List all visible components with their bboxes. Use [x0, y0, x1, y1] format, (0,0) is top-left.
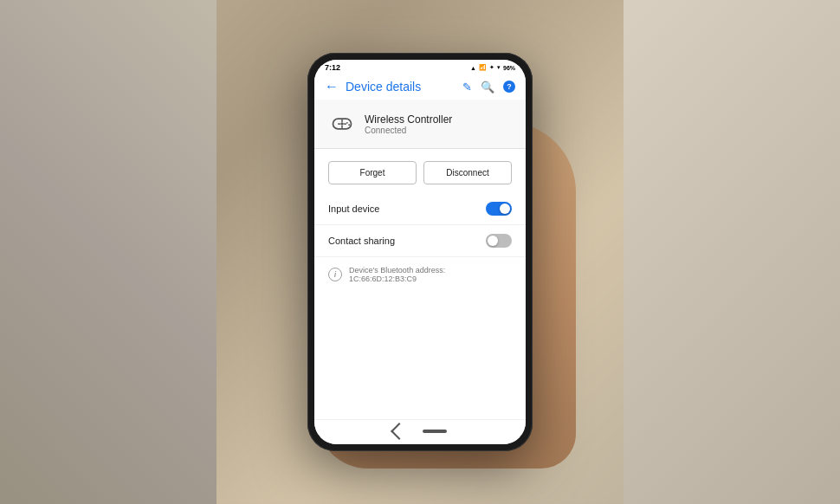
- phone-mockup: 7:12 ▲ 📶 ✦ ▾ 96% ← Device details ✎ 🔍 ?: [307, 53, 533, 451]
- status-bar: 7:12 ▲ 📶 ✦ ▾ 96%: [314, 60, 526, 74]
- svg-point-7: [348, 124, 350, 126]
- status-icons: ▲ 📶 ✦ ▾ 96%: [470, 64, 515, 71]
- action-buttons-row: Forget Disconnect: [314, 149, 526, 193]
- input-device-label: Input device: [328, 204, 379, 214]
- status-time: 7:12: [325, 63, 340, 72]
- signal-icon: 📶: [479, 64, 487, 71]
- top-bar-action-icons: ✎ 🔍 ?: [462, 81, 515, 94]
- info-icon: i: [328, 268, 342, 281]
- svg-point-0: [340, 122, 344, 126]
- phone-device: 7:12 ▲ 📶 ✦ ▾ 96% ← Device details ✎ 🔍 ?: [307, 53, 533, 451]
- bluetooth-address-text: Device's Bluetooth address: 1C:66:6D:12:…: [349, 266, 512, 283]
- device-name: Wireless Controller: [365, 113, 452, 126]
- bluetooth-address-row: i Device's Bluetooth address: 1C:66:6D:1…: [314, 257, 526, 292]
- back-button[interactable]: ←: [325, 79, 339, 94]
- edit-icon[interactable]: ✎: [462, 81, 472, 94]
- battery-percent: 96%: [503, 65, 515, 71]
- phone-screen: 7:12 ▲ 📶 ✦ ▾ 96% ← Device details ✎ 🔍 ?: [314, 60, 526, 444]
- input-device-toggle-thumb: [500, 204, 510, 214]
- help-icon[interactable]: ?: [503, 81, 515, 93]
- device-connection-status: Connected: [365, 126, 452, 135]
- top-bar: ← Device details ✎ 🔍 ?: [314, 74, 526, 100]
- contact-sharing-toggle[interactable]: [486, 234, 512, 248]
- navigation-bar: [314, 419, 526, 444]
- contact-sharing-toggle-thumb: [488, 236, 498, 246]
- info-letter: i: [334, 270, 337, 279]
- wifi-icon: ▾: [497, 64, 501, 71]
- gamepad-icon: [330, 112, 354, 136]
- device-section: Wireless Controller Connected: [314, 100, 526, 149]
- alert-icon: ▲: [470, 65, 476, 71]
- content-area: Forget Disconnect Input device Contact s…: [314, 149, 526, 419]
- contact-sharing-row: Contact sharing: [314, 225, 526, 257]
- svg-point-6: [346, 122, 348, 124]
- disconnect-button[interactable]: Disconnect: [423, 161, 512, 184]
- search-icon[interactable]: 🔍: [481, 81, 494, 94]
- contact-sharing-label: Contact sharing: [328, 236, 395, 246]
- nav-back-button[interactable]: [391, 423, 408, 440]
- page-title: Device details: [346, 80, 456, 94]
- input-device-row: Input device: [314, 193, 526, 225]
- device-icon: [328, 110, 356, 138]
- bluetooth-icon: ✦: [489, 64, 494, 71]
- device-info: Wireless Controller Connected: [365, 113, 452, 135]
- nav-home-button[interactable]: [423, 430, 447, 433]
- forget-button[interactable]: Forget: [328, 161, 417, 184]
- input-device-toggle[interactable]: [486, 202, 512, 216]
